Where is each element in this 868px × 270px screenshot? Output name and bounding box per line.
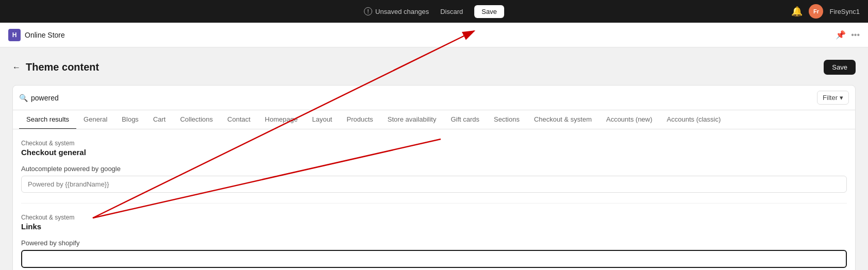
section-2-label: Checkout & system — [21, 214, 847, 221]
tab-search-results[interactable]: Search results — [19, 110, 76, 129]
tab-blogs[interactable]: Blogs — [114, 110, 146, 129]
save-button-top[interactable]: Save — [474, 5, 504, 18]
field-autocomplete-input[interactable] — [21, 176, 847, 193]
tab-layout[interactable]: Layout — [305, 110, 339, 129]
back-arrow-icon[interactable]: ← — [12, 63, 21, 72]
filter-chevron-icon: ▾ — [840, 94, 843, 102]
page-wrapper: ! Unsaved changes Discard Save 🔔 Fr Fire… — [0, 0, 868, 270]
nav-actions: 📌 ••• — [836, 30, 860, 40]
main-content: ← Theme content Save 🔍 Filter ▾ Search r… — [0, 47, 868, 270]
search-filter-row: 🔍 Filter ▾ — [12, 85, 856, 110]
store-title: H Online Store — [8, 29, 65, 41]
discard-button[interactable]: Discard — [435, 6, 468, 18]
field-1-label: Autocomplete powered by google — [21, 165, 847, 173]
filter-label: Filter — [823, 94, 838, 102]
avatar: Fr — [809, 4, 823, 19]
top-bar-right: 🔔 Fr FireSync1 — [791, 4, 860, 19]
store-icon: H — [8, 29, 21, 41]
section-links: Checkout & system Links Powered by shopi… — [21, 214, 847, 268]
tab-sections[interactable]: Sections — [487, 110, 527, 129]
more-icon[interactable]: ••• — [851, 30, 860, 40]
top-bar-center: ! Unsaved changes Discard Save — [364, 5, 504, 18]
search-input[interactable] — [31, 94, 813, 102]
search-icon: 🔍 — [19, 94, 28, 102]
section-checkout-general: Checkout & system Checkout general Autoc… — [21, 140, 847, 193]
secondary-nav: H Online Store 📌 ••• — [0, 23, 868, 47]
section-1-label: Checkout & system — [21, 140, 847, 147]
tab-general[interactable]: General — [76, 110, 114, 129]
tab-accounts-new[interactable]: Accounts (new) — [599, 110, 660, 129]
save-button-main[interactable]: Save — [824, 60, 856, 75]
search-wrapper: 🔍 — [19, 94, 813, 102]
tab-accounts-classic[interactable]: Accounts (classic) — [660, 110, 728, 129]
section-1-title: Checkout general — [21, 148, 847, 157]
store-name: Online Store — [25, 31, 65, 39]
tab-homepage[interactable]: Homepage — [258, 110, 305, 129]
page-header: ← Theme content Save — [12, 60, 856, 75]
tab-gift-cards[interactable]: Gift cards — [443, 110, 487, 129]
section-divider — [21, 203, 847, 204]
tabs-row: Search results General Blogs Cart Collec… — [12, 110, 856, 129]
top-bar: ! Unsaved changes Discard Save 🔔 Fr Fire… — [0, 0, 868, 23]
filter-button[interactable]: Filter ▾ — [817, 91, 849, 105]
tab-cart[interactable]: Cart — [146, 110, 173, 129]
page-title: Theme content — [26, 61, 99, 73]
tab-store-availability[interactable]: Store availability — [380, 110, 444, 129]
unsaved-indicator: ! Unsaved changes — [364, 7, 429, 15]
tab-collections[interactable]: Collections — [173, 110, 220, 129]
field-powered-by-shopify-input[interactable] — [21, 250, 847, 268]
pin-icon[interactable]: 📌 — [836, 30, 846, 40]
field-2-label: Powered by shopify — [21, 239, 847, 247]
unsaved-dot-icon: ! — [364, 7, 372, 15]
section-2-title: Links — [21, 222, 847, 231]
tab-contact[interactable]: Contact — [220, 110, 258, 129]
tab-products[interactable]: Products — [340, 110, 380, 129]
unsaved-label: Unsaved changes — [375, 8, 429, 15]
page-title-row: ← Theme content — [12, 61, 99, 73]
user-name: FireSync1 — [829, 8, 860, 15]
bell-icon[interactable]: 🔔 — [791, 6, 803, 17]
tab-checkout-system[interactable]: Checkout & system — [527, 110, 599, 129]
content-area: Checkout & system Checkout general Autoc… — [12, 129, 856, 270]
